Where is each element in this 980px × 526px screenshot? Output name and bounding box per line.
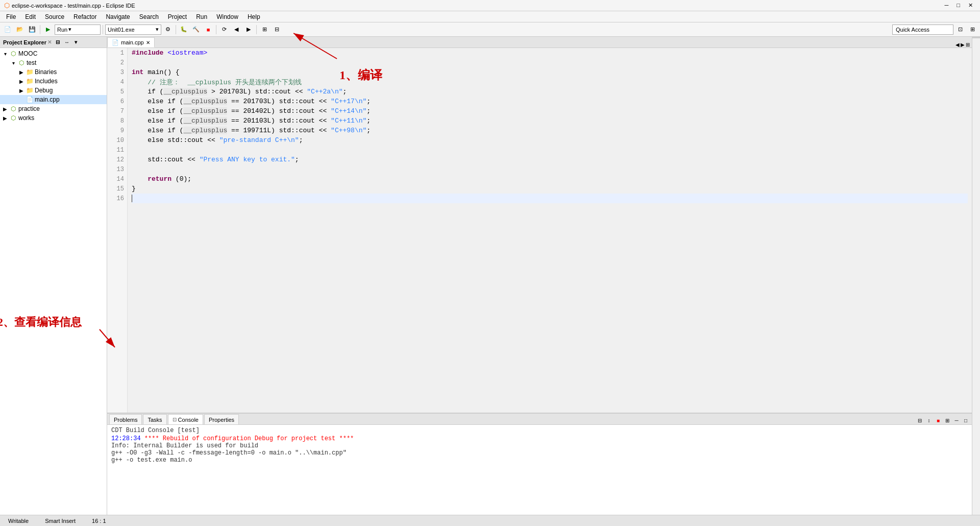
toolbar-btn-7[interactable]: ▶ <box>243 24 254 35</box>
tab-console[interactable]: ⊡ Console <box>168 414 203 424</box>
console-line-4: g++ -o test.exe main.o <box>111 457 968 464</box>
quick-access-label: Quick Access <box>896 27 929 33</box>
code-token: <iostream> <box>167 49 207 57</box>
line-num-15: 15 <box>107 184 127 194</box>
code-line-12: std::cout << "Press ANY key to exit."; <box>132 155 968 164</box>
line-num-11: 11 <box>107 145 127 155</box>
link-with-editor-icon[interactable]: ↔ <box>63 38 71 46</box>
stop-button[interactable]: ■ <box>203 24 214 35</box>
tab-tasks[interactable]: Tasks <box>143 414 166 424</box>
editor-scroll-right[interactable]: ▶ <box>961 42 965 47</box>
editor-tab-maincpp[interactable]: 📄 main.cpp ✕ <box>107 37 155 47</box>
perspective-button[interactable]: ⊡ <box>954 24 966 35</box>
toolbar-btn-5[interactable]: ⟳ <box>218 24 230 35</box>
menu-item-search[interactable]: Search <box>135 12 163 21</box>
line-num-10: 10 <box>107 135 127 145</box>
editor-tab-close[interactable]: ✕ <box>146 40 150 45</box>
menu-item-project[interactable]: Project <box>164 12 191 21</box>
minimize-button[interactable]: ─ <box>942 2 952 9</box>
tree-item-includes[interactable]: ▶ 📁 Includes <box>0 77 107 86</box>
menu-item-source[interactable]: Source <box>41 12 68 21</box>
tree-item-test[interactable]: ▾ ⬡ test <box>0 58 107 67</box>
sidebar-view-menu-icon[interactable]: ▾ <box>72 38 80 46</box>
tab-tasks-label: Tasks <box>148 417 162 423</box>
tree-item-debug[interactable]: ▶ 📁 Debug <box>0 86 107 95</box>
tree-item-works[interactable]: ▶ ⬡ works <box>0 113 107 123</box>
build-button[interactable]: 🔨 <box>190 24 202 35</box>
tree-label-includes: Includes <box>35 78 58 85</box>
tab-problems[interactable]: Problems <box>109 414 142 424</box>
menu-item-navigate[interactable]: Navigate <box>102 12 134 21</box>
debug-button[interactable]: 🐛 <box>178 24 189 35</box>
console-maximize-btn[interactable]: □ <box>962 416 970 424</box>
console-output: CDT Build Console [test] 12:28:34 **** R… <box>107 425 972 515</box>
console-minimize-btn[interactable]: ─ <box>952 416 961 424</box>
tree-label-practice: practice <box>18 105 40 112</box>
unit-combo[interactable]: Unit01.exe ▾ <box>105 25 161 35</box>
tree-toggle-works: ▶ <box>2 115 8 121</box>
code-token: "C++14\n" <box>331 107 366 115</box>
console-line-2: Info: Internal Builder is used for build <box>111 442 968 449</box>
line-num-12: 12 <box>107 155 127 164</box>
open-button[interactable]: 📂 <box>14 24 26 35</box>
run-button[interactable]: ▶ <box>42 24 54 35</box>
console-toolbar: ⊟ ↕ ■ ⊞ ─ □ <box>914 416 972 424</box>
run-combo[interactable]: Run ▾ <box>55 25 101 35</box>
menu-item-edit[interactable]: Edit <box>21 12 40 21</box>
right-scroll-top <box>972 37 980 38</box>
line-num-6: 6 <box>107 97 127 106</box>
code-token: "C++2a\n" <box>307 88 342 95</box>
tree-item-practice[interactable]: ▶ ⬡ practice <box>0 104 107 113</box>
tab-properties[interactable]: Properties <box>204 414 239 424</box>
code-token: else if ( <box>132 127 183 134</box>
toolbar-sep-5 <box>256 25 257 34</box>
code-line-6: else if (__cplusplus == 201703L) std::co… <box>132 97 968 106</box>
code-lines[interactable]: #include <iostream> int main() { // 注意： … <box>128 48 972 413</box>
toolbar-sep-3 <box>176 25 176 34</box>
code-line-4: // 注意： __cplusplus 开头是连续两个下划线 <box>132 77 968 87</box>
maincpp-icon: 📄 <box>26 95 34 104</box>
code-line-11 <box>132 145 968 155</box>
maximize-button[interactable]: □ <box>953 2 963 9</box>
unit-settings-button[interactable]: ⚙ <box>162 24 174 35</box>
code-line-14: return (0); <box>132 174 968 184</box>
menu-item-window[interactable]: Window <box>212 12 242 21</box>
code-line-13 <box>132 164 968 174</box>
toolbar-btn-6[interactable]: ◀ <box>231 24 242 35</box>
code-token: else std::cout << <box>132 136 219 144</box>
close-button[interactable]: ✕ <box>965 2 976 9</box>
save-button[interactable]: 💾 <box>27 24 38 35</box>
editor-code-area[interactable]: 1 2 3 4 5 6 7 8 9 10 11 12 13 14 15 16 <box>107 48 972 413</box>
console-clear-btn[interactable]: ⊟ <box>916 416 924 424</box>
editor-maximize-icon[interactable]: ⊞ <box>966 42 970 47</box>
toolbar-btn-8[interactable]: ⊞ <box>259 24 270 35</box>
console-open-console-btn[interactable]: ⊞ <box>943 416 951 424</box>
code-token: ; <box>343 88 347 95</box>
new-button[interactable]: 📄 <box>2 24 13 35</box>
console-scroll-lock-btn[interactable]: ↕ <box>925 416 933 424</box>
line-num-5: 5 <box>107 87 127 97</box>
open-perspective-button[interactable]: ⊞ <box>967 24 978 35</box>
toolbar-sep-2 <box>103 25 103 34</box>
quick-access-input[interactable]: Quick Access <box>892 25 953 35</box>
console-info-text: Info: Internal Builder is used for build <box>111 442 258 449</box>
console-title-line: CDT Build Console [test] <box>111 427 968 434</box>
tree-item-mooc[interactable]: ▾ ⬡ MOOC <box>0 49 107 58</box>
console-terminate-btn[interactable]: ■ <box>934 416 942 424</box>
line-numbers: 1 2 3 4 5 6 7 8 9 10 11 12 13 14 15 16 <box>107 48 128 413</box>
menu-item-file[interactable]: File <box>2 12 20 21</box>
status-writable: Writable <box>4 518 33 524</box>
code-token: "C++17\n" <box>331 98 366 105</box>
editor-scroll-left[interactable]: ◀ <box>955 42 960 47</box>
code-token: __cplusplus <box>183 127 227 134</box>
console-icon: ⊡ <box>173 417 177 422</box>
tree-item-maincpp[interactable]: 📄 main.cpp <box>0 95 107 104</box>
code-token: int <box>132 68 148 76</box>
menu-item-help[interactable]: Help <box>243 12 264 21</box>
toolbar-btn-9[interactable]: ⊟ <box>271 24 282 35</box>
collapse-all-icon[interactable]: ⊟ <box>54 38 62 46</box>
menu-item-refactor[interactable]: Refactor <box>69 12 101 21</box>
tree-item-binaries[interactable]: ▶ 📁 Binaries <box>0 67 107 77</box>
code-token: "pre-standard C++\n" <box>219 136 299 144</box>
menu-item-run[interactable]: Run <box>192 12 211 21</box>
